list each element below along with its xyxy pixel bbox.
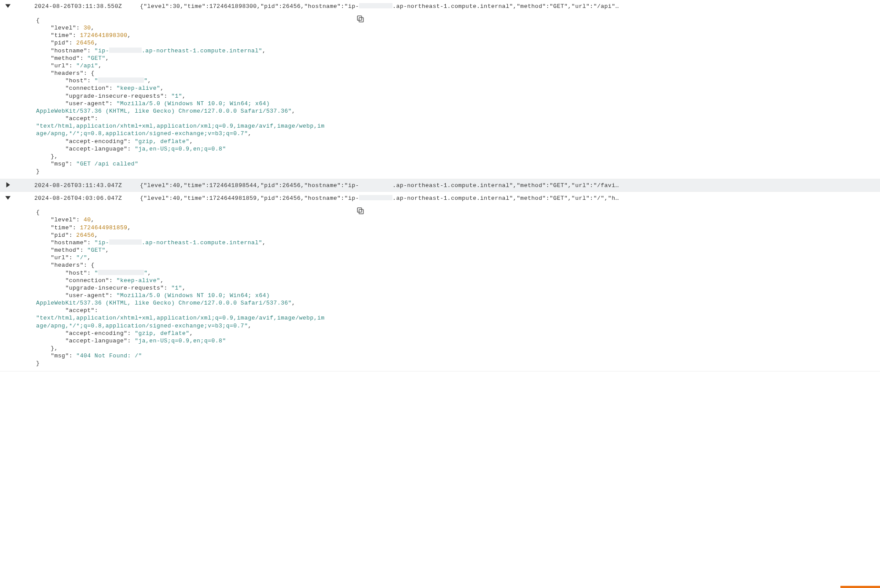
- copy-icon[interactable]: [356, 207, 364, 215]
- log-entry: 2024-08-26T03:11:38.550Z{"level":30,"tim…: [0, 0, 880, 179]
- caret-down-icon[interactable]: [5, 195, 11, 201]
- json-content: { "level": 30, "time": 1724641898300, "p…: [36, 17, 325, 175]
- log-entry-header[interactable]: 2024-08-26T03:11:38.550Z{"level":30,"tim…: [0, 0, 880, 12]
- caret-right-icon[interactable]: [5, 182, 11, 188]
- log-entry-header[interactable]: 2024-08-26T03:11:43.047Z{"level":40,"tim…: [0, 179, 880, 191]
- json-content: { "level": 40, "time": 1724644981859, "p…: [36, 209, 325, 367]
- log-timestamp: 2024-08-26T04:03:06.047Z: [17, 195, 140, 202]
- svg-rect-5: [359, 209, 363, 214]
- svg-marker-3: [6, 182, 10, 187]
- svg-rect-6: [357, 208, 362, 213]
- log-timestamp: 2024-08-26T03:11:43.047Z: [17, 182, 140, 189]
- log-timestamp: 2024-08-26T03:11:38.550Z: [17, 3, 140, 10]
- log-entry-header[interactable]: 2024-08-26T04:03:06.047Z{"level":40,"tim…: [0, 192, 880, 204]
- log-summary: {"level":30,"time":1724641898300,"pid":2…: [140, 3, 877, 10]
- caret-down-icon[interactable]: [5, 3, 11, 9]
- log-json-body: { "level": 40, "time": 1724644981859, "p…: [0, 204, 361, 371]
- svg-rect-2: [357, 16, 362, 20]
- svg-marker-4: [5, 196, 11, 200]
- svg-marker-0: [5, 4, 11, 7]
- log-json-body: { "level": 30, "time": 1724641898300, "p…: [0, 12, 361, 179]
- copy-icon[interactable]: [356, 15, 364, 23]
- log-entry: 2024-08-26T03:11:43.047Z{"level":40,"tim…: [0, 179, 880, 192]
- svg-rect-1: [359, 18, 363, 22]
- log-list: 2024-08-26T03:11:38.550Z{"level":30,"tim…: [0, 0, 880, 371]
- log-entry: 2024-08-26T04:03:06.047Z{"level":40,"tim…: [0, 192, 880, 371]
- log-summary: {"level":40,"time":1724644981859,"pid":2…: [140, 195, 877, 202]
- log-summary: {"level":40,"time":1724641898544,"pid":2…: [140, 182, 877, 189]
